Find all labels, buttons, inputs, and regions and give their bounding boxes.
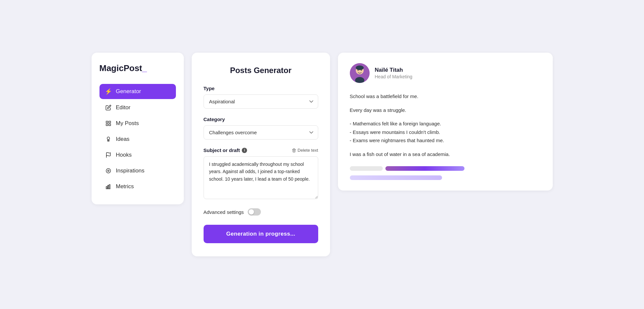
loading-bar-row-1 — [350, 166, 541, 171]
post-line-3: - Mathematics felt like a foreign langua… — [350, 119, 541, 145]
sidebar-item-label: Editor — [116, 104, 130, 111]
sidebar-item-generator[interactable]: ⚡ Generator — [99, 84, 176, 99]
preview-panel: Naïlé Titah Head of Marketing School was… — [338, 53, 553, 191]
sidebar-item-inspirations[interactable]: Inspirations — [99, 164, 176, 178]
loading-bar-row-2 — [350, 175, 541, 180]
advanced-settings-row: Advanced settings — [204, 208, 318, 216]
profile-name: Naïlé Titah — [375, 67, 412, 73]
sidebar-item-editor[interactable]: Editor — [99, 100, 176, 115]
svg-point-16 — [361, 69, 362, 71]
bar-purple-2 — [350, 175, 442, 180]
profile-role: Head of Marketing — [375, 74, 412, 79]
category-group: Category Challenges overcome Career grow… — [204, 116, 318, 140]
subject-label: Subject or draft i Delete text — [204, 147, 318, 153]
type-select[interactable]: Aspirational Educational Inspirational S… — [204, 94, 318, 109]
loading-bars — [350, 166, 541, 180]
sidebar-item-label: Hooks — [116, 152, 132, 158]
post-content: School was a battlefield for me. Every d… — [350, 92, 541, 158]
svg-rect-9 — [107, 185, 108, 189]
bar-purple-1 — [385, 166, 464, 171]
advanced-label: Advanced settings — [204, 209, 244, 215]
lightning-icon: ⚡ — [105, 88, 112, 95]
svg-point-14 — [356, 65, 364, 70]
logo: MagicPost_ — [99, 63, 176, 73]
post-line-1: School was a battlefield for me. — [350, 92, 541, 101]
svg-point-7 — [107, 170, 109, 172]
sidebar-item-hooks[interactable]: Hooks — [99, 148, 176, 162]
compass-icon — [105, 168, 112, 174]
subject-textarea[interactable]: I struggled academically throughout my s… — [204, 156, 318, 199]
sidebar: MagicPost_ ⚡ Generator Editor My Posts — [92, 53, 184, 204]
sidebar-item-ideas[interactable]: Ideas — [99, 132, 176, 146]
sidebar-item-label: Metrics — [116, 183, 134, 190]
svg-rect-3 — [109, 124, 110, 126]
category-label: Category — [204, 116, 318, 122]
sidebar-item-label: Inspirations — [116, 167, 145, 174]
svg-rect-10 — [109, 185, 110, 189]
bar-gray-1 — [350, 166, 383, 171]
bulb-icon — [105, 136, 112, 142]
grid-icon — [105, 120, 112, 126]
type-group: Type Aspirational Educational Inspiratio… — [204, 86, 318, 109]
sidebar-item-my-posts[interactable]: My Posts — [99, 116, 176, 131]
svg-point-6 — [106, 168, 111, 173]
chart-icon — [105, 184, 112, 190]
profile-header: Naïlé Titah Head of Marketing — [350, 63, 541, 83]
svg-rect-8 — [106, 187, 107, 189]
edit-icon — [105, 105, 112, 111]
app-container: MagicPost_ ⚡ Generator Editor My Posts — [92, 53, 553, 256]
svg-point-4 — [107, 137, 110, 140]
svg-point-15 — [357, 69, 359, 71]
logo-cursor: _ — [142, 63, 147, 73]
sidebar-item-metrics[interactable]: Metrics — [99, 179, 176, 194]
sidebar-item-label: My Posts — [116, 120, 139, 127]
sidebar-item-label: Ideas — [116, 136, 130, 142]
logo-text: MagicPost — [99, 63, 142, 73]
panel-title: Posts Generator — [204, 66, 318, 75]
avatar — [350, 63, 370, 83]
subject-group: Subject or draft i Delete text I struggl… — [204, 147, 318, 200]
flag-icon — [105, 152, 112, 158]
svg-rect-2 — [106, 124, 108, 126]
form-panel: Posts Generator Type Aspirational Educat… — [192, 53, 330, 256]
sidebar-item-label: Generator — [116, 88, 141, 95]
info-icon[interactable]: i — [242, 148, 247, 153]
post-line-2: Every day was a struggle. — [350, 106, 541, 115]
category-select[interactable]: Challenges overcome Career growth Person… — [204, 125, 318, 140]
svg-rect-0 — [106, 121, 108, 123]
type-label: Type — [204, 86, 318, 91]
advanced-toggle[interactable] — [248, 208, 261, 216]
post-line-4: I was a fish out of water in a sea of ac… — [350, 150, 541, 159]
generate-button[interactable]: Generation in progress... — [204, 225, 318, 243]
nav-list: ⚡ Generator Editor My Posts Ideas — [99, 84, 176, 194]
delete-text-button[interactable]: Delete text — [292, 148, 318, 153]
profile-info: Naïlé Titah Head of Marketing — [375, 67, 412, 79]
svg-rect-1 — [109, 121, 110, 123]
